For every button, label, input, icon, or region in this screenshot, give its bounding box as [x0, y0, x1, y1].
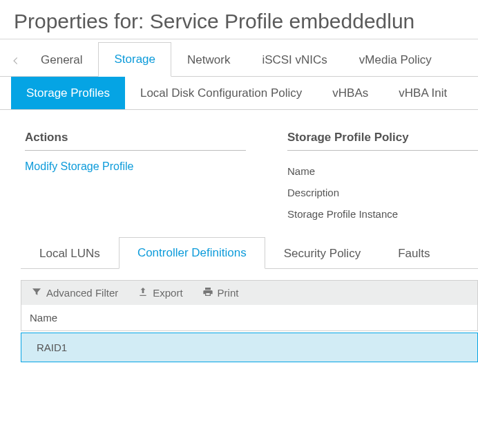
modify-storage-profile-link[interactable]: Modify Storage Profile: [25, 160, 246, 173]
actions-heading: Actions: [25, 125, 246, 151]
subtab-vhba-init[interactable]: vHBA Init: [383, 77, 462, 109]
ltab-security-policy[interactable]: Security Policy: [265, 238, 379, 269]
ltab-local-luns[interactable]: Local LUNs: [21, 238, 119, 269]
tab-storage[interactable]: Storage: [98, 42, 171, 77]
policy-label-name: Name: [287, 165, 315, 177]
print-button[interactable]: Print: [202, 286, 239, 299]
policy-label-description: Description: [287, 187, 339, 198]
main-tabs: General Storage Network iSCSI vNICs vMed…: [0, 39, 478, 77]
table-column-header[interactable]: Name: [21, 305, 478, 331]
upload-icon: [137, 286, 149, 299]
policy-row-description: Description :: [287, 182, 478, 203]
filter-icon: [31, 286, 42, 299]
storage-subtabs: Storage Profiles Local Disk Configuratio…: [0, 77, 478, 110]
advanced-filter-button[interactable]: Advanced Filter: [31, 286, 118, 299]
chevron-left-icon[interactable]: [7, 46, 25, 76]
policy-row-name: Name :: [287, 160, 478, 182]
ltab-faults[interactable]: Faults: [379, 238, 448, 269]
export-label: Export: [153, 287, 182, 299]
actions-panel: Actions Modify Storage Profile: [25, 125, 246, 225]
policy-panel: Storage Profile Policy Name : Descriptio…: [287, 125, 478, 225]
export-button[interactable]: Export: [137, 286, 182, 299]
tab-iscsi-vnics[interactable]: iSCSI vNICs: [246, 43, 343, 77]
table-row[interactable]: RAID1: [21, 333, 478, 362]
tab-vmedia-policy[interactable]: vMedia Policy: [343, 43, 448, 77]
tab-network[interactable]: Network: [171, 43, 246, 77]
page-title: Properties for: Service Profile embedded…: [0, 0, 478, 39]
tab-general[interactable]: General: [25, 43, 98, 77]
policy-label-instance: Storage Profile Instance: [287, 208, 398, 220]
table-toolbar: Advanced Filter Export Print: [21, 280, 478, 305]
subtab-vhbas[interactable]: vHBAs: [317, 77, 383, 109]
policy-heading: Storage Profile Policy: [287, 125, 478, 151]
subtab-local-disk-config[interactable]: Local Disk Configuration Policy: [125, 77, 317, 109]
subtab-storage-profiles[interactable]: Storage Profiles: [11, 77, 125, 109]
ltab-controller-definitions[interactable]: Controller Definitions: [119, 237, 265, 269]
print-icon: [202, 286, 213, 299]
advanced-filter-label: Advanced Filter: [46, 287, 118, 299]
policy-row-instance: Storage Profile Instance :: [287, 203, 478, 225]
lower-tabs: Local LUNs Controller Definitions Securi…: [21, 237, 478, 269]
print-label: Print: [218, 287, 239, 299]
